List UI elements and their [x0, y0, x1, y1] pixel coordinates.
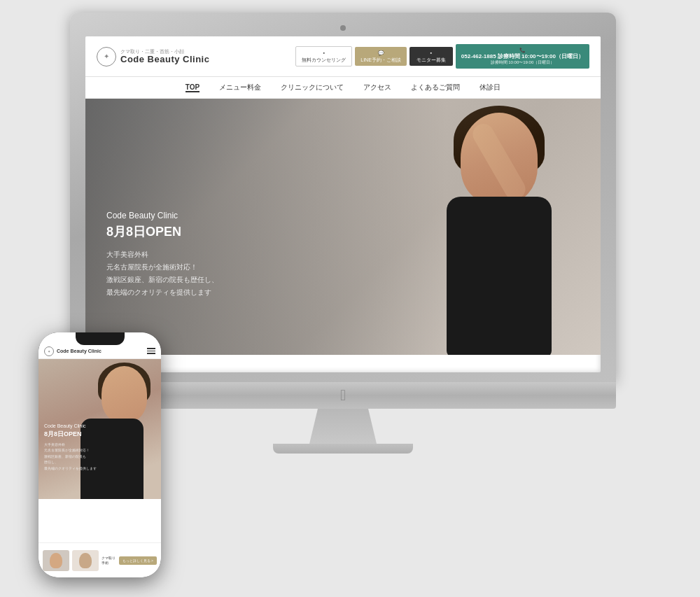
iphone-thumbnail-2 [72, 550, 99, 571]
iphone-time: 9:41 [48, 335, 58, 340]
nav-access[interactable]: アクセス [363, 83, 391, 92]
hero-description: 大手美容外科元名古屋院長が全施術対応！激戦区銀座、新宿の院長も歴任し、最先端のク… [106, 248, 218, 299]
logo-area: ✦ クマ取り・二重・首筋・小顔 Code Beauty Clinic [97, 47, 209, 66]
iphone-footer-bar: クマ取り手術 もっと詳しく見る > [38, 542, 161, 577]
nav-top[interactable]: TOP [186, 83, 200, 92]
hamburger-line-3 [147, 353, 155, 354]
line-icon: 💬 [378, 50, 384, 56]
nav-clinic[interactable]: クリニックについて [281, 83, 344, 92]
hero-clinic-name: Code Beauty Clinic [106, 211, 218, 220]
iphone-hero-text-block: Code Beauty Clinic 8月8日OPEN 大手美容外科元名古屋院長… [44, 423, 97, 472]
phone-button[interactable]: 📞 052-462-1885 診療時間 10:00〜19:00（日曜日） 診療時… [456, 44, 589, 69]
iphone-menu-button[interactable] [147, 348, 155, 354]
iphone-logo-text: Code Beauty Clinic [57, 349, 102, 353]
iphone-thumb-head-2 [79, 553, 92, 568]
website-nav: TOP メニュー料金 クリニックについて アクセス よくあるご質問 休診日 [85, 77, 601, 99]
iphone-thumbnail-1 [43, 550, 69, 571]
iphone-body: 9:41 ▐▐▐ ✦ Code Beauty Clinic [38, 332, 161, 577]
nav-holiday[interactable]: 休診日 [479, 83, 500, 92]
header-buttons: ▪ 無料カウンセリング 💬 LINE予約・ご相談 ▪ モニター募集 📞 [295, 44, 589, 69]
iphone-screen: 9:41 ▐▐▐ ✦ Code Beauty Clinic [38, 332, 161, 577]
iphone-thumb-label: クマ取り手術 [102, 556, 116, 566]
iphone-battery: ▐▐▐ [141, 335, 151, 340]
brand-icon: ✦ [97, 47, 116, 66]
monitor-icon: ▪ [430, 50, 432, 56]
iphone-hero-open-date: 8月8日OPEN [44, 430, 97, 439]
phone-hours: 診療時間 10:00〜19:00（日曜日） [491, 60, 555, 66]
logo-text-block: クマ取り・二重・首筋・小顔 Code Beauty Clinic [120, 49, 209, 64]
imac-screen: ✦ クマ取り・二重・首筋・小顔 Code Beauty Clinic ▪ 無料カ… [85, 36, 601, 372]
iphone-hero-head [102, 366, 147, 422]
phone-icon: 📞 [519, 47, 526, 53]
logo-subtitle: クマ取り・二重・首筋・小顔 [120, 49, 209, 54]
imac-stand [301, 409, 385, 444]
calendar-icon: ▪ [323, 50, 325, 56]
hero-text-block: Code Beauty Clinic 8月8日OPEN 大手美容外科元名古屋院長… [106, 211, 218, 299]
iphone-thumb-head-1 [50, 553, 62, 568]
monitor-button[interactable]: ▪ モニター募集 [410, 47, 453, 65]
iphone-hero-clinic-name: Code Beauty Clinic [44, 423, 97, 428]
hamburger-line-1 [147, 348, 155, 349]
apple-logo:  [340, 386, 346, 405]
line-button[interactable]: 💬 LINE予約・ご相談 [355, 47, 407, 65]
imac-camera [340, 25, 346, 31]
iphone-status-bar: 9:41 ▐▐▐ [38, 335, 161, 340]
nav-faq[interactable]: よくあるご質問 [411, 83, 460, 92]
logo-title: Code Beauty Clinic [120, 54, 209, 64]
hero-open-date: 8月8日OPEN [106, 223, 218, 240]
imac-base [273, 444, 413, 454]
hamburger-line-2 [147, 351, 155, 352]
counseling-button[interactable]: ▪ 無料カウンセリング [295, 46, 352, 66]
iphone-hero-description: 大手美容外科元名古屋院長が全施術対応！激戦区銀座、新宿の院長も歴任し、最先端のク… [44, 442, 97, 472]
hero-person-figure [370, 99, 580, 355]
website-header: ✦ クマ取り・二重・首筋・小顔 Code Beauty Clinic ▪ 無料カ… [85, 36, 601, 77]
iphone: 9:41 ▐▐▐ ✦ Code Beauty Clinic [38, 332, 161, 577]
website-hero: Code Beauty Clinic 8月8日OPEN 大手美容外科元名古屋院長… [85, 99, 601, 355]
iphone-brand-icon: ✦ [44, 346, 54, 356]
nav-menu[interactable]: メニュー料金 [219, 83, 261, 92]
imac-screen-border: ✦ クマ取り・二重・首筋・小顔 Code Beauty Clinic ▪ 無料カ… [70, 13, 616, 382]
person-body [447, 197, 552, 355]
iphone-more-button[interactable]: もっと詳しく見る > [119, 556, 157, 565]
scene: ✦ クマ取り・二重・首筋・小顔 Code Beauty Clinic ▪ 無料カ… [0, 0, 700, 597]
iphone-hero: Code Beauty Clinic 8月8日OPEN 大手美容外科元名古屋院長… [38, 359, 161, 499]
